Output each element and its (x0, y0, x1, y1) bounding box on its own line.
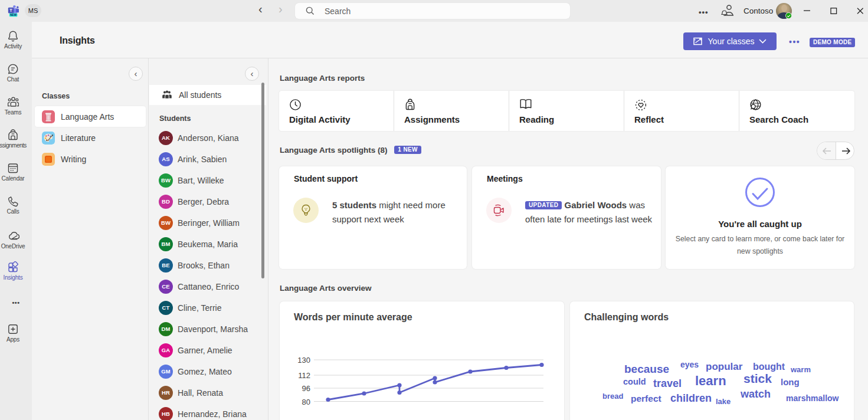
svg-text:112: 112 (298, 371, 310, 380)
svg-text:T: T (9, 8, 12, 13)
svg-text:96: 96 (302, 384, 310, 393)
svg-text:130: 130 (297, 356, 310, 365)
svg-text:NEW: NEW (10, 14, 17, 17)
svg-text:80: 80 (302, 398, 310, 406)
